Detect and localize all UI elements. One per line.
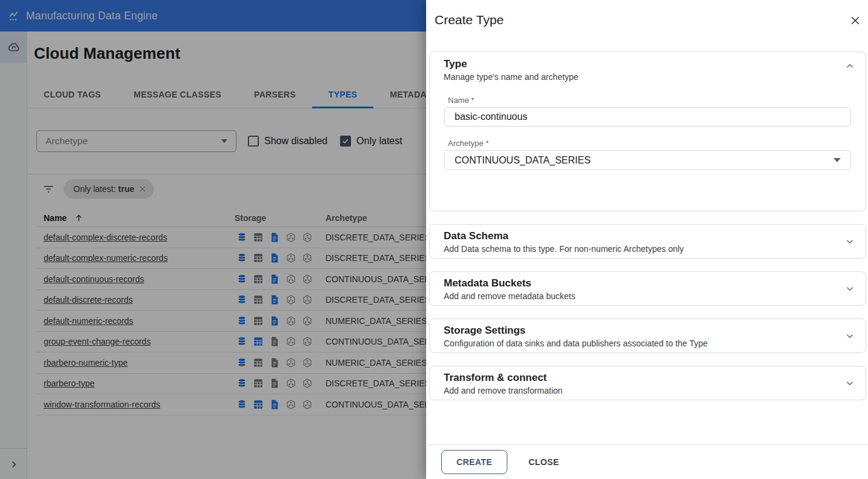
name-input-value: basic-continuous [455,111,527,122]
section-subtitle: Add Data schema to this type. For non-nu… [444,244,836,254]
close-button[interactable]: CLOSE [529,457,559,467]
section-metadata-buckets[interactable]: Metadata Buckets Add and remove metadata… [429,271,866,306]
chevron-down-icon[interactable] [844,236,855,247]
section-storage-settings[interactable]: Storage Settings Configuration of data s… [429,319,866,353]
section-type-header[interactable]: Type Manage type's name and archetype [430,52,866,82]
create-button[interactable]: CREATE [441,450,507,474]
section-subtitle: Configuration of data sinks and data pub… [444,339,836,349]
close-icon [849,15,861,27]
section-type: Type Manage type's name and archetype Na… [429,51,866,211]
chevron-down-icon[interactable] [844,331,855,342]
section-title: Transform & connect [444,372,836,384]
section-title: Type [444,58,836,70]
chevron-down-icon[interactable] [844,283,855,294]
archetype-select[interactable]: CONTINUOUS_DATA_SERIES [444,150,851,170]
section-title: Data Schema [444,230,836,242]
name-field-group: Name * basic-continuous [444,96,851,127]
name-field-label: Name * [448,96,851,105]
section-subtitle: Add and remove metadata buckets [444,291,836,302]
section-data-schema[interactable]: Data Schema Add Data schema to this type… [429,224,866,259]
chevron-down-icon[interactable] [844,378,855,389]
chevron-up-icon[interactable] [844,61,855,71]
drawer-header: Create Type [426,0,868,51]
drawer-sections: Type Manage type's name and archetype Na… [429,51,866,400]
archetype-field-group: Archetype * CONTINUOUS_DATA_SERIES [444,139,851,170]
caret-down-icon [833,158,841,162]
archetype-field-label: Archetype * [448,139,851,148]
drawer-close-button[interactable] [849,15,863,28]
section-title: Metadata Buckets [444,277,836,289]
section-transform-connect[interactable]: Transform & connect Add and remove trans… [429,366,866,400]
section-title: Storage Settings [444,325,836,337]
drawer-footer: CREATE CLOSE [426,444,868,479]
screen: Manufacturing Data Engine Cloud Manageme… [0,0,868,479]
drawer-title: Create Type [435,13,860,27]
section-subtitle: Add and remove transformation [444,386,836,396]
archetype-select-value: CONTINUOUS_DATA_SERIES [455,155,590,166]
create-type-drawer: Create Type Type Manage type's name and … [426,0,868,479]
section-subtitle: Manage type's name and archetype [444,72,836,82]
name-input[interactable]: basic-continuous [444,107,851,127]
